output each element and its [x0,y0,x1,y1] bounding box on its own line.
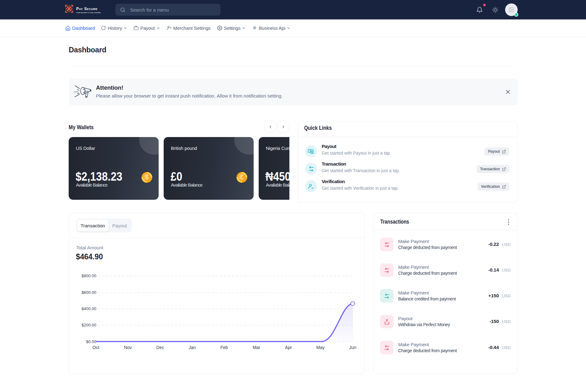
svg-text:$400.00: $400.00 [82,306,96,311]
svg-text:May: May [316,345,325,350]
svg-text:$200.00: $200.00 [82,323,96,327]
svg-text:Jun: Jun [349,345,356,350]
svg-text:$0.00: $0.00 [86,339,96,344]
svg-text:$600.00: $600.00 [82,290,96,295]
svg-text:£: £ [240,174,244,181]
svg-text:$800.00: $800.00 [82,273,96,278]
svg-text:Nov: Nov [124,345,132,350]
svg-text:Feb: Feb [220,345,228,350]
svg-text:$: $ [311,151,313,154]
svg-text:Apr: Apr [285,345,292,350]
svg-text:Oct: Oct [92,345,99,350]
svg-text:Mar: Mar [253,345,260,350]
svg-text:Jan: Jan [189,345,196,350]
svg-text:Dec: Dec [156,345,164,350]
svg-text:$: $ [145,174,149,181]
